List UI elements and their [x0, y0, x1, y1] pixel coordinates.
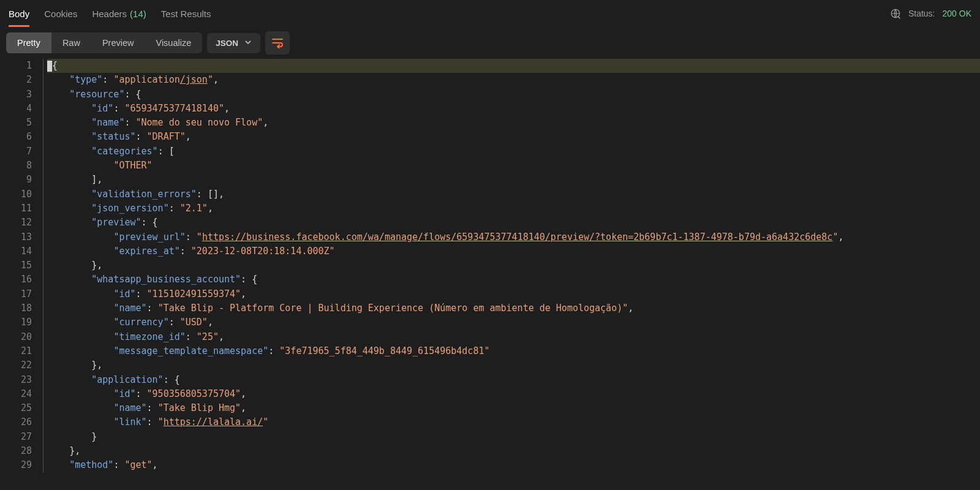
viewer-toolbar: Pretty Raw Preview Visualize JSON: [0, 27, 980, 59]
status-value: 200 OK: [943, 9, 971, 18]
line-number-gutter: 1234567891011121314151617181920212223242…: [0, 59, 43, 473]
format-select[interactable]: JSON: [207, 33, 260, 53]
code-content[interactable]: { "type": "application/json", "resource"…: [43, 59, 980, 473]
tab-cookies[interactable]: Cookies: [44, 0, 77, 27]
view-mode-group: Pretty Raw Preview Visualize: [6, 32, 202, 53]
tab-headers-count: (14): [130, 9, 146, 19]
response-tabs: Body Cookies Headers (14) Test Results S…: [0, 0, 980, 27]
view-preview[interactable]: Preview: [91, 32, 145, 53]
view-pretty[interactable]: Pretty: [6, 32, 51, 53]
view-visualize[interactable]: Visualize: [145, 32, 202, 53]
wrap-lines-button[interactable]: [265, 31, 290, 55]
network-globe-icon[interactable]: [890, 8, 901, 19]
tab-test-results[interactable]: Test Results: [161, 0, 211, 27]
tab-body[interactable]: Body: [9, 0, 29, 27]
view-raw[interactable]: Raw: [51, 32, 91, 53]
response-body-editor[interactable]: 1234567891011121314151617181920212223242…: [0, 59, 980, 473]
format-select-label: JSON: [216, 39, 238, 48]
tab-headers-label: Headers: [92, 9, 127, 19]
tab-headers[interactable]: Headers (14): [92, 0, 146, 27]
status-label: Status:: [908, 9, 935, 18]
chevron-down-icon: [244, 39, 252, 48]
